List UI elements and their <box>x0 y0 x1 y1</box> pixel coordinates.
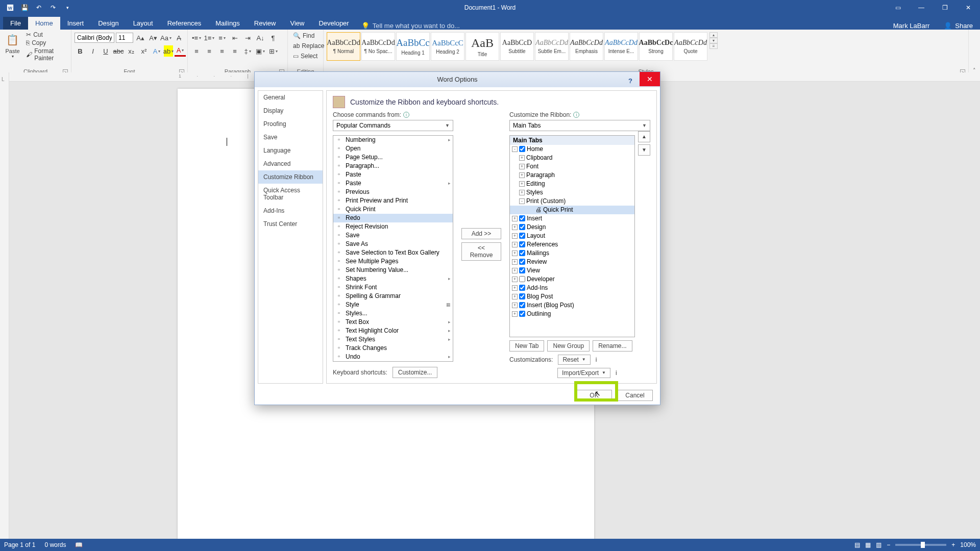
tree-node[interactable]: +Review <box>510 258 634 266</box>
restore-icon[interactable]: ❐ <box>933 0 957 15</box>
reset-dropdown[interactable]: Reset▼ <box>558 355 590 365</box>
customize-shortcuts-button[interactable]: Customize... <box>393 367 438 378</box>
tree-checkbox[interactable] <box>519 311 525 317</box>
tab-mailings[interactable]: Mailings <box>208 17 247 30</box>
tab-view[interactable]: View <box>283 17 311 30</box>
tab-home[interactable]: Home <box>28 17 60 30</box>
command-item[interactable]: ▫Text Styles▸ <box>333 335 453 344</box>
minimize-icon[interactable]: — <box>910 0 933 15</box>
web-layout-icon[interactable]: ▥ <box>876 541 881 548</box>
command-item[interactable]: ▫Save <box>333 231 453 240</box>
borders-icon[interactable]: ⊞ <box>267 45 279 57</box>
command-item[interactable]: ▫Style▦ <box>333 300 453 309</box>
command-item[interactable]: ▫Reject Revision <box>333 222 453 231</box>
command-item[interactable]: ▫Open <box>333 144 453 153</box>
tree-node[interactable]: 🖨Quick Print <box>510 206 634 214</box>
align-left-icon[interactable]: ≡ <box>191 45 202 57</box>
zoom-slider[interactable] <box>895 544 946 546</box>
options-nav-quick-access-toolbar[interactable]: Quick Access Toolbar <box>258 184 323 204</box>
styles-down-icon[interactable]: ▾ <box>709 38 718 43</box>
sort-icon[interactable]: A↓ <box>255 32 266 43</box>
bullets-icon[interactable]: •≡ <box>191 32 202 43</box>
options-nav-language[interactable]: Language <box>258 144 323 157</box>
options-nav-save[interactable]: Save <box>258 131 323 144</box>
remove-button[interactable]: << Remove <box>461 242 501 261</box>
superscript-icon[interactable]: x² <box>138 45 150 57</box>
undo-icon[interactable]: ↶ <box>33 2 45 14</box>
rename-button[interactable]: Rename... <box>593 340 632 352</box>
tree-checkbox[interactable] <box>519 224 525 230</box>
command-item[interactable]: ▫Undo▸ <box>333 353 453 361</box>
tab-references[interactable]: References <box>160 17 208 30</box>
line-spacing-icon[interactable]: ‡ <box>242 45 253 57</box>
zoom-out-icon[interactable]: − <box>887 541 890 548</box>
info-icon[interactable]: i <box>596 356 597 363</box>
import-export-dropdown[interactable]: Import/Export▼ <box>557 368 610 378</box>
style--no-spac-[interactable]: AaBbCcDd¶ No Spac... <box>361 32 395 61</box>
tree-node[interactable]: +Outlining <box>510 310 634 318</box>
tree-node[interactable]: +Design <box>510 223 634 232</box>
decrease-indent-icon[interactable]: ⇤ <box>229 32 240 43</box>
close-window-icon[interactable]: ✕ <box>957 0 980 15</box>
word-icon[interactable]: W <box>4 2 16 14</box>
align-right-icon[interactable]: ≡ <box>216 45 228 57</box>
tree-checkbox[interactable] <box>519 259 525 265</box>
choose-commands-combo[interactable]: Popular Commands▼ <box>333 120 453 131</box>
font-name-combo[interactable] <box>75 33 114 43</box>
tree-checkbox[interactable] <box>519 267 525 273</box>
style-intense-e-[interactable]: AaBbCcDdIntense E... <box>604 32 638 61</box>
tree-node[interactable]: -Home <box>510 145 634 154</box>
increase-indent-icon[interactable]: ⇥ <box>242 32 253 43</box>
multilevel-icon[interactable]: ≡ <box>216 32 228 43</box>
tree-checkbox[interactable] <box>519 146 525 152</box>
copy-button[interactable]: ⎘Copy <box>24 39 68 47</box>
bold-icon[interactable]: B <box>75 45 86 57</box>
style-quote[interactable]: AaBbCcDdQuote <box>674 32 707 61</box>
tree-node[interactable]: +View <box>510 266 634 275</box>
tree-checkbox[interactable] <box>519 250 525 256</box>
tab-review[interactable]: Review <box>247 17 283 30</box>
new-group-button[interactable]: New Group <box>547 340 590 352</box>
tab-developer[interactable]: Developer <box>311 17 356 30</box>
command-item[interactable]: ▫Paste▸ <box>333 179 453 188</box>
command-item[interactable]: ▫Numbering▸ <box>333 136 453 144</box>
tree-node[interactable]: +Font <box>510 162 634 171</box>
word-count[interactable]: 0 words <box>44 541 66 548</box>
style-title[interactable]: AaBTitle <box>465 32 499 61</box>
command-item[interactable]: ▫Text Box▸ <box>333 318 453 327</box>
text-effects-icon[interactable]: A <box>151 45 162 57</box>
tree-checkbox[interactable] <box>519 302 525 308</box>
replace-button[interactable]: abReplace <box>291 42 326 50</box>
subscript-icon[interactable]: x₂ <box>126 45 137 57</box>
tree-node[interactable]: +Styles <box>510 188 634 197</box>
style-subtle-em-[interactable]: AaBbCcDdSubtle Em... <box>535 32 569 61</box>
options-nav-display[interactable]: Display <box>258 104 323 117</box>
options-nav-add-ins[interactable]: Add-Ins <box>258 204 323 217</box>
tree-node[interactable]: +Paragraph <box>510 171 634 180</box>
customize-ribbon-combo[interactable]: Main Tabs▼ <box>509 120 650 131</box>
show-marks-icon[interactable]: ¶ <box>267 32 279 43</box>
highlight-icon[interactable]: ab <box>164 45 173 57</box>
shrink-font-icon[interactable]: A▾ <box>148 32 159 43</box>
redo-icon[interactable]: ↷ <box>47 2 59 14</box>
command-item[interactable]: ▫Shapes▸ <box>333 274 453 283</box>
style-heading-2[interactable]: AaBbCcCHeading 2 <box>431 32 464 61</box>
options-nav-proofing[interactable]: Proofing <box>258 117 323 131</box>
italic-icon[interactable]: I <box>87 45 99 57</box>
style-emphasis[interactable]: AaBbCcDdEmphasis <box>570 32 603 61</box>
strike-icon[interactable]: abc <box>113 45 124 57</box>
move-up-button[interactable]: ▲ <box>638 131 650 142</box>
print-layout-icon[interactable]: ▦ <box>865 541 871 548</box>
move-down-button[interactable]: ▼ <box>638 144 650 156</box>
style-strong[interactable]: AaBbCcDcStrong <box>639 32 673 61</box>
options-nav-advanced[interactable]: Advanced <box>258 157 323 170</box>
tree-node[interactable]: +Clipboard <box>510 154 634 162</box>
tree-node[interactable]: -Print (Custom) <box>510 197 634 206</box>
options-nav-general[interactable]: General <box>258 91 323 104</box>
tab-layout[interactable]: Layout <box>126 17 160 30</box>
dialog-help-icon[interactable]: ? <box>621 72 640 89</box>
find-button[interactable]: 🔍Find <box>291 32 316 40</box>
add-button[interactable]: Add >> <box>461 228 501 239</box>
command-item[interactable]: ▫Quick Print <box>333 205 453 214</box>
ok-button[interactable]: OK <box>576 390 612 401</box>
